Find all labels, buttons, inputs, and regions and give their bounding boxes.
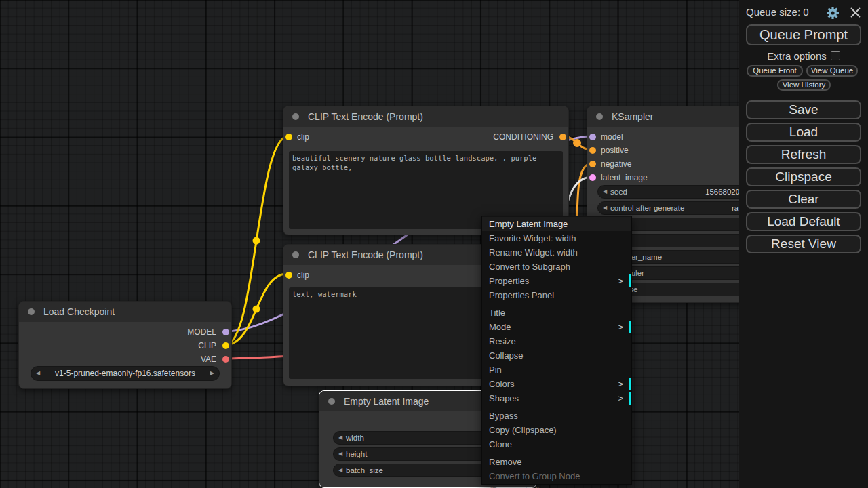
menu-item-title[interactable]: Title <box>482 306 631 320</box>
input-label: clip <box>297 270 309 280</box>
input-label: model <box>601 132 623 142</box>
collapse-dot-icon[interactable] <box>292 113 299 120</box>
input-port-model[interactable] <box>589 134 596 140</box>
comfyui-canvas[interactable]: CLIP Text Encode (Prompt) clip CONDITION… <box>0 0 868 488</box>
collapse-dot-icon[interactable] <box>292 251 299 258</box>
clear-button[interactable]: Clear <box>746 190 861 209</box>
menu-item-collapse[interactable]: Collapse <box>482 348 631 363</box>
menu-item-remove[interactable]: Remove <box>482 455 631 469</box>
menu-item-resize[interactable]: Resize <box>482 334 631 348</box>
node-title-bar[interactable]: Load Checkpoint <box>19 302 231 322</box>
view-history-button[interactable]: View History <box>777 79 831 91</box>
output-port-clip[interactable] <box>222 342 229 349</box>
menu-item-pin[interactable]: Pin <box>482 363 631 377</box>
menu-item-properties[interactable]: Properties> <box>482 274 631 288</box>
extra-options-checkbox[interactable] <box>831 51 840 60</box>
comfy-menu-panel: Queue size: 0 Queue Prompt Extra options <box>739 0 868 488</box>
queue-front-button[interactable]: Queue Front <box>747 65 803 77</box>
queue-size-label: Queue size: 0 <box>746 6 809 18</box>
menu-item-bypass[interactable]: Bypass <box>482 409 631 423</box>
node-title: CLIP Text Encode (Prompt) <box>308 245 423 265</box>
output-port-vae[interactable] <box>222 356 229 363</box>
submenu-accent-bar <box>629 392 631 405</box>
reset-view-button[interactable]: Reset View <box>746 235 861 253</box>
menu-item-copy-clipspace[interactable]: Copy (Clipspace) <box>482 423 631 437</box>
output-label: CONDITIONING <box>493 132 553 142</box>
input-port-clip[interactable] <box>285 272 292 279</box>
collapse-dot-icon[interactable] <box>328 398 335 405</box>
node-title-bar[interactable]: CLIP Text Encode (Prompt) <box>283 106 568 127</box>
left-arrow-icon[interactable]: ◀ <box>603 186 607 198</box>
menu-item-colors[interactable]: Colors> <box>482 377 631 391</box>
output-port-conditioning[interactable] <box>559 134 566 140</box>
widget-label: batch_size <box>346 464 383 476</box>
widget-label: seed <box>610 186 627 198</box>
menu-item-shapes[interactable]: Shapes> <box>482 391 631 405</box>
submenu-accent-bar <box>629 378 631 390</box>
close-icon[interactable] <box>850 7 861 18</box>
collapse-dot-icon[interactable] <box>28 308 35 315</box>
input-label: negative <box>601 159 631 169</box>
output-port-model[interactable] <box>222 329 229 336</box>
load-button[interactable]: Load <box>746 123 861 142</box>
gear-icon[interactable] <box>826 6 840 20</box>
input-label: clip <box>297 132 309 142</box>
output-label: CLIP <box>198 341 216 350</box>
left-arrow-icon[interactable]: ◀ <box>603 202 607 214</box>
menu-item-mode[interactable]: Mode> <box>482 320 631 334</box>
widget-label: height <box>346 448 367 460</box>
widget-label: control after generate <box>610 202 684 214</box>
widget-label: width <box>346 432 364 444</box>
wire-midpoint-dot[interactable] <box>253 306 260 313</box>
wire-midpoint-dot[interactable] <box>253 237 260 245</box>
output-label: MODEL <box>187 327 216 337</box>
menu-item-convert-to-group-node[interactable]: Convert to Group Node (Deprecated) <box>482 469 631 483</box>
left-arrow-icon[interactable]: ◀ <box>36 367 40 380</box>
left-arrow-icon[interactable]: ◀ <box>338 448 342 460</box>
input-port-latent-image[interactable] <box>589 174 596 181</box>
view-queue-button[interactable]: View Queue <box>806 65 858 77</box>
collapse-dot-icon[interactable] <box>596 113 603 120</box>
node-title: Load Checkpoint <box>43 302 115 322</box>
submenu-arrow-icon: > <box>618 274 623 288</box>
menu-item-properties-panel[interactable]: Properties Panel <box>482 288 631 302</box>
menu-separator <box>482 453 631 453</box>
submenu-accent-bar <box>629 274 631 287</box>
widget-value: v1-5-pruned-emaonly-fp16.safetensors <box>55 369 195 378</box>
menu-item-favorite-widget[interactable]: Favorite Widget: width <box>482 231 631 245</box>
input-port-negative[interactable] <box>589 161 596 167</box>
submenu-accent-bar <box>629 321 631 333</box>
submenu-arrow-icon: > <box>618 391 623 405</box>
context-menu: Empty Latent Image Favorite Widget: widt… <box>481 216 632 485</box>
input-port-positive[interactable] <box>589 147 596 154</box>
load-default-button[interactable]: Load Default <box>746 212 861 231</box>
widget-ckpt-name[interactable]: ◀ v1-5-pruned-emaonly-fp16.safetensors ▶ <box>31 366 220 381</box>
wire-midpoint-dot[interactable] <box>573 139 581 147</box>
node-title: Empty Latent Image <box>344 391 429 411</box>
menu-separator <box>482 407 631 407</box>
menu-separator <box>482 304 631 304</box>
menu-item-clone[interactable]: Clone <box>482 437 631 451</box>
context-menu-title: Empty Latent Image <box>482 217 631 231</box>
save-button[interactable]: Save <box>746 100 861 119</box>
node-title: KSampler <box>612 106 653 127</box>
queue-prompt-button[interactable]: Queue Prompt <box>746 24 861 45</box>
output-label: VAE <box>201 354 216 364</box>
refresh-button[interactable]: Refresh <box>746 145 861 164</box>
left-arrow-icon[interactable]: ◀ <box>338 432 342 444</box>
menu-item-rename-widget[interactable]: Rename Widget: width <box>482 245 631 260</box>
node-load-checkpoint[interactable]: Load Checkpoint MODEL CLIP VAE ◀ v1-5-pr… <box>18 301 232 389</box>
right-arrow-icon[interactable]: ▶ <box>210 367 214 380</box>
left-arrow-icon[interactable]: ◀ <box>338 464 342 476</box>
input-port-clip[interactable] <box>285 134 292 140</box>
submenu-arrow-icon: > <box>618 377 623 391</box>
menu-item-convert-to-subgraph[interactable]: Convert to Subgraph <box>482 260 631 274</box>
extra-options-label: Extra options <box>767 50 827 62</box>
submenu-arrow-icon: > <box>618 320 623 334</box>
clipspace-button[interactable]: Clipspace <box>746 167 861 186</box>
input-label: latent_image <box>601 173 648 182</box>
node-title: CLIP Text Encode (Prompt) <box>308 106 423 127</box>
input-label: positive <box>601 146 629 155</box>
